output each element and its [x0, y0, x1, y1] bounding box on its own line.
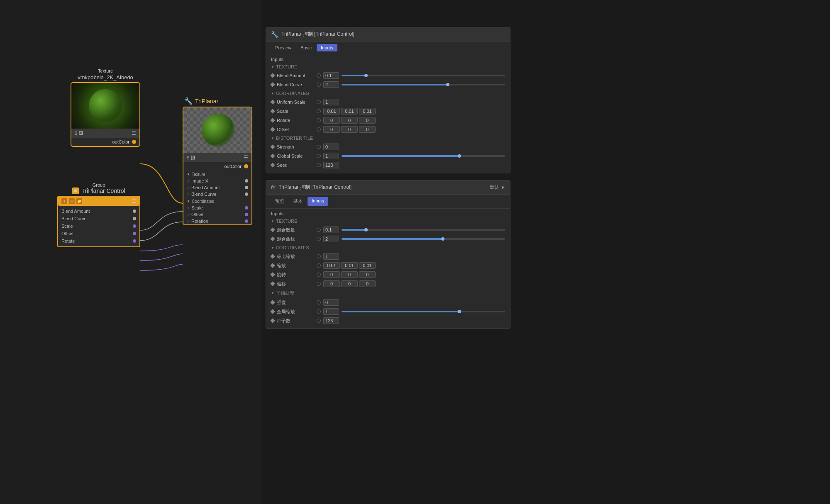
- group-offset-dot[interactable]: [133, 232, 136, 235]
- cn-seed-circle[interactable]: [317, 319, 321, 323]
- seed-diamond: [270, 163, 275, 167]
- cn-offset-y[interactable]: 0: [341, 280, 358, 287]
- scale-dot[interactable]: [245, 206, 248, 209]
- blend-curve-value[interactable]: 2: [323, 81, 339, 88]
- rotate-circle[interactable]: [317, 118, 321, 122]
- group-footer-menu[interactable]: ☰: [132, 198, 136, 204]
- cn-rotate-circle[interactable]: [317, 273, 321, 277]
- cn-uniform-scale-circle[interactable]: [317, 254, 321, 258]
- texture-node[interactable]: Texture vmkpdbeia_2K_Albedo $ 🖼 ☰ outCol…: [71, 68, 140, 147]
- blend-curve-slider[interactable]: [342, 84, 505, 85]
- cn-blend-amount-slider[interactable]: [342, 229, 505, 231]
- texture-output-dot[interactable]: [132, 140, 136, 144]
- blend-curve-circle[interactable]: [317, 83, 321, 87]
- group-blendcurve-dot[interactable]: [133, 217, 136, 220]
- group-blendamount-dot[interactable]: [133, 209, 136, 213]
- cn-offset-circle[interactable]: [317, 282, 321, 286]
- cn-blend-curve-circle[interactable]: [317, 237, 321, 241]
- cn-scale-z[interactable]: 0.01: [359, 262, 376, 269]
- uniform-scale-circle[interactable]: [317, 100, 321, 104]
- cn-strength-value[interactable]: 0: [323, 299, 339, 306]
- panel-top-texture-section[interactable]: ▼ TEXTURE: [266, 63, 510, 71]
- scale-y[interactable]: 0.01: [341, 108, 358, 114]
- triplanar-texture-section[interactable]: ▼ Texture: [183, 170, 251, 178]
- panel-bottom-tile-section[interactable]: ▼ 平铺处理: [266, 288, 510, 298]
- blend-amount-slider[interactable]: [342, 75, 505, 76]
- triplanar-input-offset: ▷ Offset: [183, 211, 251, 218]
- strength-value[interactable]: 0: [323, 144, 339, 150]
- panel-bottom-dropdown[interactable]: 默认 ▼: [490, 184, 505, 190]
- rotate-z[interactable]: 0: [359, 117, 376, 124]
- param-rotate: Rotate 0 0 0: [266, 116, 510, 125]
- offset-dot[interactable]: [245, 213, 248, 216]
- group-rotate-dot[interactable]: [133, 239, 136, 243]
- group-node[interactable]: Group ⬟ TriPlanar Control $ 🖼 📁 ☰ Blend …: [57, 183, 140, 247]
- cn-blend-curve-diamond: [270, 236, 275, 241]
- triplanar-node[interactable]: 🔧 TriPlanar $ 🖼 ☰ outColor ▼ Texture: [183, 97, 252, 225]
- texture-menu-icon[interactable]: ☰: [132, 130, 136, 136]
- rotate-y[interactable]: 0: [341, 117, 358, 124]
- rotation-dot[interactable]: [245, 219, 248, 223]
- cn-blend-amount-circle[interactable]: [317, 228, 321, 232]
- cn-rotate-z[interactable]: 0: [359, 271, 376, 278]
- offset-x[interactable]: 0: [323, 126, 340, 133]
- offset-y[interactable]: 0: [341, 126, 358, 133]
- triplanar-coords-section[interactable]: ▼ Coordinates: [183, 197, 251, 205]
- cn-scale-y[interactable]: 0.01: [341, 262, 358, 269]
- cn-rotate-y[interactable]: 0: [341, 271, 358, 278]
- seed-value[interactable]: 123: [323, 162, 339, 168]
- cn-strength-circle[interactable]: [317, 300, 321, 304]
- triplanar-input-rotation: ▷ Rotation: [183, 218, 251, 224]
- cn-seed-value[interactable]: 123: [323, 317, 339, 324]
- rotate-x[interactable]: 0: [323, 117, 340, 124]
- cn-blend-curve-value[interactable]: 2: [323, 236, 339, 242]
- triplanar-output-dot[interactable]: [244, 164, 248, 168]
- scale-circle[interactable]: [317, 109, 321, 113]
- scale-x[interactable]: 0.01: [323, 108, 340, 114]
- seed-circle[interactable]: [317, 163, 321, 167]
- blend-amount-circle[interactable]: [317, 73, 321, 78]
- blendamount-dot[interactable]: [245, 186, 248, 189]
- cn-blend-curve-slider[interactable]: [342, 238, 505, 240]
- cn-global-scale-slider[interactable]: [342, 311, 505, 312]
- cn-blend-curve-name: 混合曲线: [277, 236, 314, 242]
- cn-global-scale-value[interactable]: 1: [323, 308, 339, 315]
- cn-uniform-scale-value[interactable]: 1: [323, 253, 339, 260]
- tab-basic[interactable]: Basic: [296, 44, 316, 51]
- cn-rotate-x[interactable]: 0: [323, 271, 340, 278]
- global-scale-circle[interactable]: [317, 154, 321, 158]
- tab-cn-inputs[interactable]: Inputs: [308, 197, 328, 206]
- seed-name: Seed: [277, 163, 314, 168]
- panel-bottom-texture-section[interactable]: ▼ TEXTURE: [266, 217, 510, 225]
- strength-circle[interactable]: [317, 145, 321, 149]
- cn-global-scale-circle[interactable]: [317, 309, 321, 314]
- cn-coords-label: COORDINATES: [276, 245, 309, 250]
- cn-scale-circle[interactable]: [317, 263, 321, 268]
- triplanar-menu-icon[interactable]: ☰: [244, 155, 248, 161]
- blendcurve-dot[interactable]: [245, 192, 248, 196]
- panel-top-distorter-section[interactable]: ▼ DISTORTER TILE: [266, 134, 510, 142]
- global-scale-slider[interactable]: [342, 155, 505, 157]
- imagex-label: Image X: [191, 178, 208, 183]
- offset-circle[interactable]: [317, 127, 321, 131]
- scale-z[interactable]: 0.01: [359, 108, 376, 114]
- tab-inputs[interactable]: Inputs: [317, 44, 337, 51]
- imagex-dot[interactable]: [245, 179, 248, 183]
- uniform-scale-value[interactable]: 1: [323, 99, 339, 105]
- param-blend-amount: Blend Amount 0.1: [266, 71, 510, 80]
- cn-offset-z[interactable]: 0: [359, 280, 376, 287]
- blend-amount-value[interactable]: 0.1: [323, 72, 339, 79]
- cn-scale-x[interactable]: 0.01: [323, 262, 340, 269]
- tab-preview[interactable]: Preview: [271, 44, 295, 51]
- tab-cn-preview[interactable]: 预览: [271, 197, 288, 206]
- panel-bottom-icon: f×: [271, 185, 275, 190]
- triplanar-input-blendamount: ▷ Blend Amount: [183, 184, 251, 191]
- panel-top-coords-section[interactable]: ▼ COORDINATES: [266, 89, 510, 97]
- group-scale-dot[interactable]: [133, 224, 136, 228]
- offset-z[interactable]: 0: [359, 126, 376, 133]
- tab-cn-basic[interactable]: 基本: [289, 197, 307, 206]
- global-scale-value[interactable]: 1: [323, 153, 339, 159]
- cn-offset-x[interactable]: 0: [323, 280, 340, 287]
- panel-bottom-coords-section[interactable]: ▼ COORDINATES: [266, 243, 510, 252]
- cn-blend-amount-value[interactable]: 0.1: [323, 226, 339, 233]
